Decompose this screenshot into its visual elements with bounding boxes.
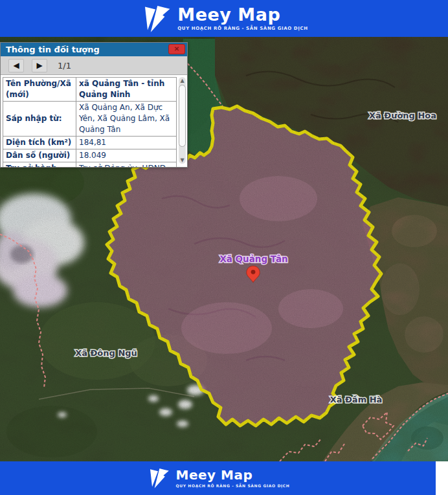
attribute-label: Diện tích (km²) [3, 137, 76, 149]
table-row: Trụ sở hành chính (mới) Trụ sở Đảng ủy, … [3, 162, 177, 168]
app-window: Meey Map QUY HOẠCH RÕ RÀNG - SẴN SÀNG GI… [0, 0, 448, 495]
prev-page-button[interactable]: ◀ [8, 59, 24, 72]
table-row: Diện tích (km²) 184,81 [3, 137, 177, 149]
info-popup-titlebar: Thông tin đối tượng ✕ [1, 43, 187, 56]
scroll-down-icon[interactable]: ▼ [179, 157, 186, 164]
meeymap-logo-icon [140, 3, 171, 34]
pager-indicator: 1/1 [58, 61, 71, 71]
table-row: Tên Phường/Xã (mới) xã Quảng Tân - tỉnh … [3, 78, 177, 102]
scroll-up-icon[interactable]: ▲ [179, 77, 186, 84]
table-row: Sáp nhập từ: Xã Quảng An, Xã Dực Yên, Xã… [3, 102, 177, 137]
map-label-dam-ha: Xã Đầm Hà [330, 395, 383, 404]
brand-lockup: Meey Map QUY HOẠCH RÕ RÀNG - SẴN SÀNG GI… [140, 3, 308, 34]
attribute-value: xã Quảng Tân - tỉnh Quảng Ninh [76, 78, 177, 102]
attribute-label: Trụ sở hành chính (mới) [3, 162, 76, 168]
map-label-quang-tan: Xã Quảng Tân [219, 254, 287, 264]
attribute-label: Sáp nhập từ: [3, 102, 76, 137]
top-brand-bar: Meey Map QUY HOẠCH RÕ RÀNG - SẴN SÀNG GI… [0, 0, 448, 37]
attribute-value: 18.049 [76, 149, 177, 162]
brand-name: Meey Map [176, 468, 290, 481]
page-corner-gap [436, 461, 448, 495]
info-popup: Thông tin đối tượng ✕ ◀ ▶ 1/1 Tên Phường… [0, 42, 188, 168]
attribute-value: Xã Quảng An, Xã Dực Yên, Xã Quảng Lâm, X… [76, 102, 177, 137]
attributes-table: Tên Phường/Xã (mới) xã Quảng Tân - tỉnh … [3, 77, 177, 167]
table-row: Dân số (người) 18.049 [3, 149, 177, 162]
meeymap-logo-icon [146, 467, 170, 490]
brand-tagline: QUY HOẠCH RÕ RÀNG - SẴN SÀNG GIAO DỊCH [176, 483, 290, 488]
attribute-value: 184,81 [76, 137, 177, 149]
popup-scrollbar[interactable]: ▲ ▼ [179, 77, 186, 164]
brand-text: Meey Map QUY HOẠCH RÕ RÀNG - SẴN SÀNG GI… [176, 468, 290, 488]
bottom-brand-bar: Meey Map QUY HOẠCH RÕ RÀNG - SẴN SÀNG GI… [0, 461, 436, 495]
info-popup-body: Tên Phường/Xã (mới) xã Quảng Tân - tỉnh … [1, 75, 187, 167]
brand-name: Meey Map [177, 6, 308, 23]
attribute-label: Tên Phường/Xã (mới) [3, 78, 76, 102]
close-icon: ✕ [174, 45, 179, 52]
brand-tagline: QUY HOẠCH RÕ RÀNG - SẴN SÀNG GIAO DỊCH [177, 26, 308, 31]
next-page-button[interactable]: ▶ [32, 59, 47, 72]
brand-text: Meey Map QUY HOẠCH RÕ RÀNG - SẴN SÀNG GI… [177, 6, 308, 31]
brand-lockup: Meey Map QUY HOẠCH RÕ RÀNG - SẴN SÀNG GI… [146, 467, 290, 490]
prev-arrow-icon: ◀ [13, 61, 19, 70]
map-label-duong-hoa: Xã Đường Hoa [369, 111, 436, 120]
info-popup-title: Thông tin đối tượng [6, 45, 100, 54]
scrollbar-thumb[interactable] [179, 85, 186, 147]
map-label-dong-ngu: Xã Đông Ngũ [75, 348, 137, 358]
attribute-value: Trụ sở Đảng ủy, HĐND, UBND xã Quảng Tân [76, 162, 177, 168]
close-button[interactable]: ✕ [168, 44, 185, 54]
attribute-label: Dân số (người) [3, 149, 76, 162]
next-arrow-icon: ▶ [36, 61, 42, 70]
info-popup-pager-bar: ◀ ▶ 1/1 [1, 56, 187, 75]
